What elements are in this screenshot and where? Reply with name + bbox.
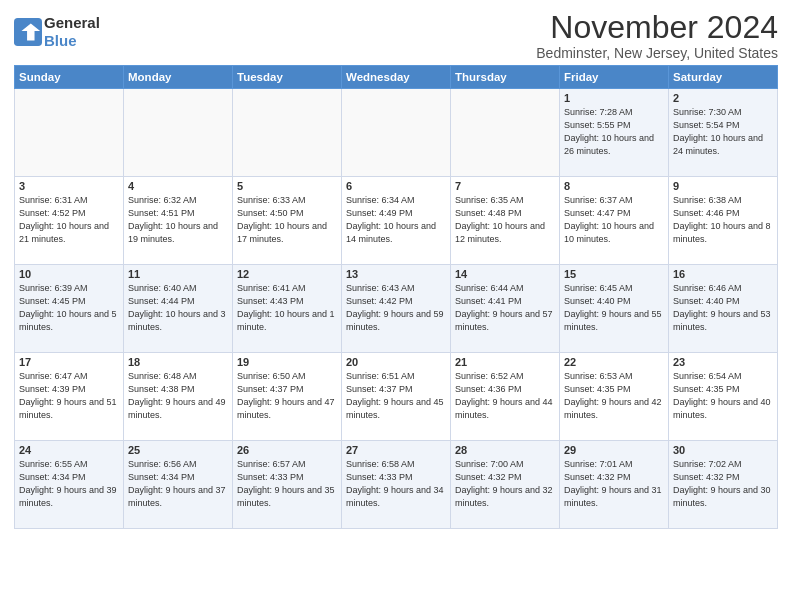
day-info: Sunrise: 6:50 AM Sunset: 4:37 PM Dayligh…: [237, 370, 337, 422]
calendar-week-1: 1Sunrise: 7:28 AM Sunset: 5:55 PM Daylig…: [15, 89, 778, 177]
calendar-body: 1Sunrise: 7:28 AM Sunset: 5:55 PM Daylig…: [15, 89, 778, 529]
calendar-cell: 11Sunrise: 6:40 AM Sunset: 4:44 PM Dayli…: [124, 265, 233, 353]
day-number: 23: [673, 356, 773, 368]
calendar-cell: 18Sunrise: 6:48 AM Sunset: 4:38 PM Dayli…: [124, 353, 233, 441]
logo-text: General Blue: [44, 14, 100, 50]
calendar-cell: 12Sunrise: 6:41 AM Sunset: 4:43 PM Dayli…: [233, 265, 342, 353]
day-info: Sunrise: 6:37 AM Sunset: 4:47 PM Dayligh…: [564, 194, 664, 246]
calendar-cell: 10Sunrise: 6:39 AM Sunset: 4:45 PM Dayli…: [15, 265, 124, 353]
col-sunday: Sunday: [15, 66, 124, 89]
title-block: November 2024 Bedminster, New Jersey, Un…: [536, 10, 778, 61]
day-number: 29: [564, 444, 664, 456]
calendar-cell: 23Sunrise: 6:54 AM Sunset: 4:35 PM Dayli…: [669, 353, 778, 441]
day-info: Sunrise: 6:39 AM Sunset: 4:45 PM Dayligh…: [19, 282, 119, 334]
day-info: Sunrise: 6:41 AM Sunset: 4:43 PM Dayligh…: [237, 282, 337, 334]
day-number: 19: [237, 356, 337, 368]
calendar-cell: 16Sunrise: 6:46 AM Sunset: 4:40 PM Dayli…: [669, 265, 778, 353]
day-number: 1: [564, 92, 664, 104]
day-number: 26: [237, 444, 337, 456]
day-number: 18: [128, 356, 228, 368]
calendar-cell: 17Sunrise: 6:47 AM Sunset: 4:39 PM Dayli…: [15, 353, 124, 441]
col-saturday: Saturday: [669, 66, 778, 89]
calendar-cell: [15, 89, 124, 177]
calendar-cell: 24Sunrise: 6:55 AM Sunset: 4:34 PM Dayli…: [15, 441, 124, 529]
col-thursday: Thursday: [451, 66, 560, 89]
day-info: Sunrise: 6:44 AM Sunset: 4:41 PM Dayligh…: [455, 282, 555, 334]
day-info: Sunrise: 6:34 AM Sunset: 4:49 PM Dayligh…: [346, 194, 446, 246]
day-info: Sunrise: 6:53 AM Sunset: 4:35 PM Dayligh…: [564, 370, 664, 422]
calendar-cell: 22Sunrise: 6:53 AM Sunset: 4:35 PM Dayli…: [560, 353, 669, 441]
day-info: Sunrise: 6:58 AM Sunset: 4:33 PM Dayligh…: [346, 458, 446, 510]
day-info: Sunrise: 6:32 AM Sunset: 4:51 PM Dayligh…: [128, 194, 228, 246]
calendar-cell: 8Sunrise: 6:37 AM Sunset: 4:47 PM Daylig…: [560, 177, 669, 265]
col-tuesday: Tuesday: [233, 66, 342, 89]
col-wednesday: Wednesday: [342, 66, 451, 89]
day-number: 5: [237, 180, 337, 192]
calendar-cell: 21Sunrise: 6:52 AM Sunset: 4:36 PM Dayli…: [451, 353, 560, 441]
day-info: Sunrise: 6:54 AM Sunset: 4:35 PM Dayligh…: [673, 370, 773, 422]
day-info: Sunrise: 7:28 AM Sunset: 5:55 PM Dayligh…: [564, 106, 664, 158]
day-number: 2: [673, 92, 773, 104]
day-number: 24: [19, 444, 119, 456]
day-info: Sunrise: 6:47 AM Sunset: 4:39 PM Dayligh…: [19, 370, 119, 422]
calendar-week-5: 24Sunrise: 6:55 AM Sunset: 4:34 PM Dayli…: [15, 441, 778, 529]
day-number: 25: [128, 444, 228, 456]
calendar-week-4: 17Sunrise: 6:47 AM Sunset: 4:39 PM Dayli…: [15, 353, 778, 441]
calendar-cell: 9Sunrise: 6:38 AM Sunset: 4:46 PM Daylig…: [669, 177, 778, 265]
day-info: Sunrise: 6:57 AM Sunset: 4:33 PM Dayligh…: [237, 458, 337, 510]
calendar-cell: 19Sunrise: 6:50 AM Sunset: 4:37 PM Dayli…: [233, 353, 342, 441]
calendar-cell: [124, 89, 233, 177]
calendar-cell: 30Sunrise: 7:02 AM Sunset: 4:32 PM Dayli…: [669, 441, 778, 529]
day-number: 14: [455, 268, 555, 280]
month-title: November 2024: [536, 10, 778, 45]
calendar-cell: 15Sunrise: 6:45 AM Sunset: 4:40 PM Dayli…: [560, 265, 669, 353]
day-info: Sunrise: 6:38 AM Sunset: 4:46 PM Dayligh…: [673, 194, 773, 246]
day-number: 15: [564, 268, 664, 280]
location: Bedminster, New Jersey, United States: [536, 45, 778, 61]
day-info: Sunrise: 6:55 AM Sunset: 4:34 PM Dayligh…: [19, 458, 119, 510]
calendar-cell: 1Sunrise: 7:28 AM Sunset: 5:55 PM Daylig…: [560, 89, 669, 177]
logo-icon: [14, 18, 42, 46]
day-number: 12: [237, 268, 337, 280]
day-number: 28: [455, 444, 555, 456]
calendar-cell: 26Sunrise: 6:57 AM Sunset: 4:33 PM Dayli…: [233, 441, 342, 529]
col-monday: Monday: [124, 66, 233, 89]
day-info: Sunrise: 7:00 AM Sunset: 4:32 PM Dayligh…: [455, 458, 555, 510]
calendar-table: Sunday Monday Tuesday Wednesday Thursday…: [14, 65, 778, 529]
calendar-cell: 4Sunrise: 6:32 AM Sunset: 4:51 PM Daylig…: [124, 177, 233, 265]
day-number: 22: [564, 356, 664, 368]
day-info: Sunrise: 6:31 AM Sunset: 4:52 PM Dayligh…: [19, 194, 119, 246]
day-number: 8: [564, 180, 664, 192]
calendar-header-row: Sunday Monday Tuesday Wednesday Thursday…: [15, 66, 778, 89]
day-number: 6: [346, 180, 446, 192]
day-info: Sunrise: 6:33 AM Sunset: 4:50 PM Dayligh…: [237, 194, 337, 246]
day-info: Sunrise: 6:35 AM Sunset: 4:48 PM Dayligh…: [455, 194, 555, 246]
calendar-cell: 28Sunrise: 7:00 AM Sunset: 4:32 PM Dayli…: [451, 441, 560, 529]
day-info: Sunrise: 6:43 AM Sunset: 4:42 PM Dayligh…: [346, 282, 446, 334]
day-info: Sunrise: 7:02 AM Sunset: 4:32 PM Dayligh…: [673, 458, 773, 510]
day-number: 3: [19, 180, 119, 192]
calendar-cell: 13Sunrise: 6:43 AM Sunset: 4:42 PM Dayli…: [342, 265, 451, 353]
day-info: Sunrise: 7:30 AM Sunset: 5:54 PM Dayligh…: [673, 106, 773, 158]
day-number: 20: [346, 356, 446, 368]
calendar-cell: 14Sunrise: 6:44 AM Sunset: 4:41 PM Dayli…: [451, 265, 560, 353]
day-info: Sunrise: 6:48 AM Sunset: 4:38 PM Dayligh…: [128, 370, 228, 422]
day-info: Sunrise: 6:46 AM Sunset: 4:40 PM Dayligh…: [673, 282, 773, 334]
calendar-cell: 29Sunrise: 7:01 AM Sunset: 4:32 PM Dayli…: [560, 441, 669, 529]
day-number: 4: [128, 180, 228, 192]
calendar-cell: 20Sunrise: 6:51 AM Sunset: 4:37 PM Dayli…: [342, 353, 451, 441]
calendar-cell: 5Sunrise: 6:33 AM Sunset: 4:50 PM Daylig…: [233, 177, 342, 265]
day-number: 9: [673, 180, 773, 192]
calendar-cell: 3Sunrise: 6:31 AM Sunset: 4:52 PM Daylig…: [15, 177, 124, 265]
day-number: 7: [455, 180, 555, 192]
day-number: 21: [455, 356, 555, 368]
calendar-week-2: 3Sunrise: 6:31 AM Sunset: 4:52 PM Daylig…: [15, 177, 778, 265]
calendar-cell: 27Sunrise: 6:58 AM Sunset: 4:33 PM Dayli…: [342, 441, 451, 529]
calendar-cell: [233, 89, 342, 177]
day-number: 30: [673, 444, 773, 456]
calendar-cell: 7Sunrise: 6:35 AM Sunset: 4:48 PM Daylig…: [451, 177, 560, 265]
day-number: 11: [128, 268, 228, 280]
day-info: Sunrise: 6:52 AM Sunset: 4:36 PM Dayligh…: [455, 370, 555, 422]
day-info: Sunrise: 6:45 AM Sunset: 4:40 PM Dayligh…: [564, 282, 664, 334]
day-info: Sunrise: 6:56 AM Sunset: 4:34 PM Dayligh…: [128, 458, 228, 510]
